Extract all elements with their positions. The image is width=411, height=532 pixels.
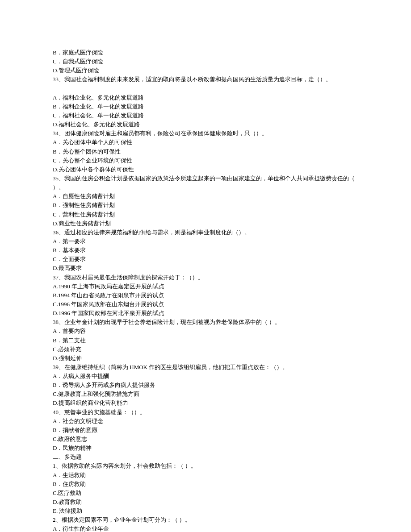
text-line: B．诱导病人多开药或多向病人提供服务 bbox=[53, 381, 358, 390]
text-line: A．第一要求 bbox=[53, 237, 358, 246]
text-line: C.必须补充 bbox=[53, 345, 358, 354]
document-page: B．家庭式医疗保险 C．自我式医疗保险 D.管理式医疗保险 33、我国社会福利制… bbox=[0, 0, 411, 532]
text-line: D.商业性住房储蓄计划 bbox=[53, 219, 358, 228]
text-line: C．自我式医疗保险 bbox=[53, 57, 358, 66]
text-line: D.管理式医疗保险 bbox=[53, 66, 358, 75]
text-line: C．营利性住房储蓄计划 bbox=[53, 210, 358, 219]
text-line: B．家庭式医疗保险 bbox=[53, 48, 358, 57]
text-line: A．首要内容 bbox=[53, 327, 358, 336]
text-line: 40、慈善事业的实施基础是：（）。 bbox=[53, 408, 358, 417]
text-line: 39、在健康维持组织（简称为 HMOK 作的医生是该组织雇员，他们把工作重点放在… bbox=[53, 363, 358, 372]
text-line: A．自愿性住房储蓄计划 bbox=[53, 192, 358, 201]
text-line bbox=[53, 84, 358, 93]
text-line: C．全面要求 bbox=[53, 255, 358, 264]
text-line: 37、我国农村居民最低生活保障制度的探索开始于：（）。 bbox=[53, 273, 358, 282]
text-line: A．衍生性的企业年金 bbox=[53, 524, 358, 532]
text-line: C．关心整个企业环境的可保性 bbox=[53, 156, 358, 165]
text-line: B．基本要求 bbox=[53, 246, 358, 255]
text-line: C.1996 年国家民政部在山东烟台开展的试点 bbox=[53, 300, 358, 309]
text-line: C.政府的意志 bbox=[53, 435, 358, 444]
text-line: C.医疗救助 bbox=[53, 489, 358, 498]
text-line: A．社会的文明理念 bbox=[53, 417, 358, 426]
text-line: A．从病人服务中提酬 bbox=[53, 372, 358, 381]
text-line: D.最高要求 bbox=[53, 264, 358, 273]
text-line: B．第二支柱 bbox=[53, 336, 358, 345]
text-line: B．住房救助 bbox=[53, 480, 358, 489]
text-line: D.关心团体中各个群体的可保性 bbox=[53, 165, 358, 174]
text-line: 1、依据救助的实际内容来划分，社会救助包括：（ ）。 bbox=[53, 461, 358, 470]
text-line: A．生活救助 bbox=[53, 471, 358, 480]
text-line: B．福利企业化、单一化的发展道路 bbox=[53, 102, 358, 111]
text-line: B.1994 年山西省民政厅在阳泉市开展的试点 bbox=[53, 291, 358, 300]
text-line: 35、我国的住房公积金计划是依据国家的政策法令所建立起来的一项由国家建立的，单位… bbox=[53, 174, 358, 192]
text-line: C．福利社会化、单一化的发展道路 bbox=[53, 111, 358, 120]
text-line: D.提高组织的商业化营利能力 bbox=[53, 399, 358, 407]
text-line: C.健康教育上和强化预防措施方面 bbox=[53, 390, 358, 399]
text-line: A.1990 年上海市民政局在嘉定区开展的试点 bbox=[53, 282, 358, 291]
text-line: A．关心团体中单个人的可保性 bbox=[53, 138, 358, 147]
text-line: B．捐献者的意愿 bbox=[53, 426, 358, 435]
text-line: 2、根据决定因素不同，企业年金计划可分为：（ ）。 bbox=[53, 515, 358, 524]
text-line: D.1996 年国家民政部在河北平泉开展的试点 bbox=[53, 309, 358, 318]
text-line: E. 法律援助 bbox=[53, 507, 358, 515]
text-line: D.强制延伸 bbox=[53, 354, 358, 363]
text-line: B．强制性住房储蓄计划 bbox=[53, 201, 358, 210]
text-line: 38、企业年金计划的出现早于社会养老保险计划，现在则被视为养老保险体系中的（ ）… bbox=[53, 318, 358, 327]
text-line: 33、我国社会福利制度的未来发展，适宜的取向将是以不断改善和提高国民的生活质量为… bbox=[53, 75, 358, 84]
text-line: D.教育救助 bbox=[53, 498, 358, 507]
text-line: D.福利社会化、多元化的发展道路 bbox=[53, 120, 358, 129]
text-line: 36、通过相应的法律来规范福利的供给与需求，则是福利事业制度化的（）。 bbox=[53, 228, 358, 237]
text-line: B．关心整个团体的可保性 bbox=[53, 147, 358, 156]
text-line: 二、多选题 bbox=[53, 453, 358, 461]
text-line: D．民族的精神 bbox=[53, 444, 358, 453]
text-line: 34、团体健康保险对雇主和雇员都有利，保险公司在承保团体健康保险时，只（）。 bbox=[53, 129, 358, 138]
text-line: A．福利企业化、多元化的发展道路 bbox=[53, 93, 358, 102]
